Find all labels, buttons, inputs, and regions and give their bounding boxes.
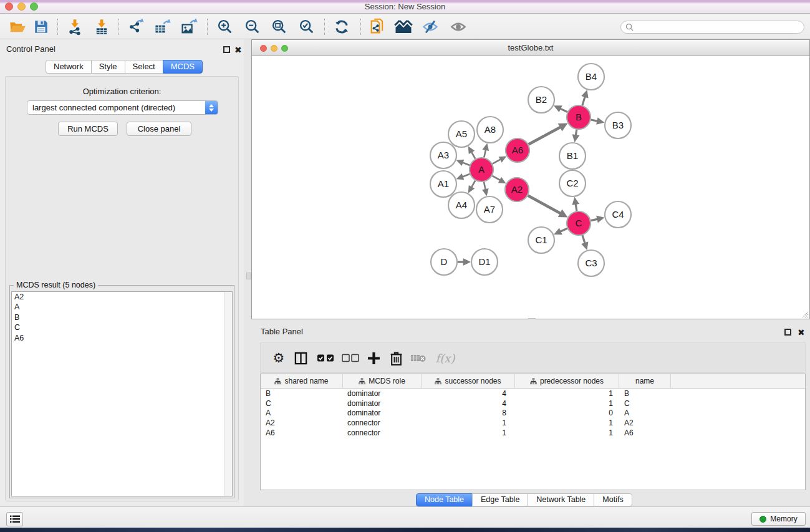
tab-motifs[interactable]: Motifs (594, 493, 632, 506)
network-view-window: testGlobe.txt B4B2BB3B1A5A8A6A3AA1A2C2A4… (251, 39, 810, 319)
application-window: Session: New Session (0, 0, 810, 532)
delete-table-icon[interactable] (409, 349, 428, 367)
tab-node-table[interactable]: Node Table (416, 493, 473, 506)
vertical-divider-handle[interactable] (246, 273, 251, 279)
result-item[interactable]: A (12, 302, 232, 312)
graph-node-label: A1 (438, 178, 449, 189)
result-item[interactable]: A6 (12, 333, 232, 343)
mcds-result-title: MCDS result (5 nodes) (14, 281, 98, 289)
zoom-fit-icon[interactable] (269, 16, 290, 37)
network-canvas[interactable]: B4B2BB3B1A5A8A6A3AA1A2C2A4A7C4CC1C3DD1 (252, 57, 809, 319)
tab-select[interactable]: Select (125, 60, 163, 74)
float-table-panel-icon[interactable] (784, 329, 791, 336)
window-titlebar: Session: New Session (0, 0, 810, 14)
mcds-result-list[interactable]: A2ABCA6 (11, 291, 233, 496)
graph-edge-A-A3 (462, 162, 470, 165)
graph-node-label: B3 (612, 120, 624, 130)
toolbar-separator (360, 19, 361, 35)
graph-edge-A-A7 (484, 182, 486, 190)
table-row[interactable]: Bdominator41B (261, 389, 805, 399)
zoom-selected-icon[interactable] (296, 16, 317, 37)
hierarchy-icon (274, 378, 281, 385)
graph-node-label: A (478, 164, 485, 175)
close-table-panel-icon[interactable]: ✖ (798, 329, 805, 336)
graph-node-label: A8 (485, 124, 496, 135)
float-panel-icon[interactable] (223, 46, 230, 53)
tab-network-table[interactable]: Network Table (528, 493, 594, 506)
unselect-all-columns-icon[interactable] (340, 349, 360, 367)
column-header-name[interactable]: name (619, 374, 671, 388)
result-item[interactable]: C (12, 322, 232, 332)
optimization-criterion-value: largest connected component (directed) (27, 103, 205, 112)
result-item[interactable]: A2 (12, 292, 232, 302)
home-icon[interactable] (393, 16, 414, 37)
open-session-icon[interactable] (7, 16, 28, 37)
tab-network[interactable]: Network (46, 60, 92, 74)
tab-mcds[interactable]: MCDS (163, 60, 203, 74)
column-header-successor-nodes[interactable]: successor nodes (422, 374, 515, 388)
export-network-icon[interactable] (125, 16, 147, 37)
import-table-icon[interactable] (91, 16, 112, 37)
tab-style[interactable]: Style (91, 60, 125, 74)
save-session-icon[interactable] (31, 16, 52, 37)
duplicate-network-icon[interactable] (367, 16, 388, 37)
select-all-columns-icon[interactable] (316, 349, 335, 367)
function-builder-icon[interactable]: f(x) (433, 349, 458, 367)
memory-button[interactable]: Memory (751, 512, 806, 526)
task-history-icon[interactable] (6, 512, 23, 526)
graph-edge-A-A6 (493, 159, 501, 163)
table-row[interactable]: Adominator80A (261, 409, 805, 418)
hierarchy-icon (435, 378, 441, 385)
close-panel-icon[interactable]: ✖ (234, 47, 242, 54)
toolbar-separator (57, 19, 58, 35)
export-table-icon[interactable] (152, 16, 173, 37)
search-input[interactable] (637, 23, 793, 32)
graph-node-label: A2 (511, 184, 523, 195)
column-header-predecessor-nodes[interactable]: predecessor nodes (515, 374, 619, 388)
settings-gear-icon[interactable]: ⚙ (271, 349, 287, 367)
run-mcds-button[interactable]: Run MCDS (58, 122, 118, 136)
edge-arrow-icon (596, 216, 604, 223)
column-header-mcds-role[interactable]: MCDS role (343, 374, 422, 388)
show-panels-icon[interactable] (448, 16, 469, 37)
refresh-layout-icon[interactable] (331, 16, 352, 37)
zoom-out-icon[interactable] (242, 16, 263, 37)
create-column-icon[interactable] (365, 349, 382, 367)
graph-node-label: C (576, 218, 582, 228)
node-table: shared name MCDS role successor nodes pr… (260, 374, 806, 490)
import-network-icon[interactable] (64, 16, 85, 37)
graph-edge-A-A8 (484, 149, 486, 157)
edge-arrow-icon (463, 258, 471, 266)
edge-arrow-icon (482, 188, 489, 196)
tab-edge-table[interactable]: Edge Table (472, 493, 528, 506)
graph-edge-A-A5 (471, 152, 475, 159)
column-header-shared-name[interactable]: shared name (261, 374, 343, 388)
graph-node-label: A5 (456, 128, 467, 139)
result-scrollbar[interactable] (224, 292, 232, 496)
resize-grip-icon[interactable] (800, 309, 809, 318)
graph-edge-A-A2 (492, 176, 500, 180)
result-item[interactable]: B (12, 312, 232, 322)
toolbar-separator (118, 19, 119, 35)
table-row[interactable]: A6connector11A6 (261, 428, 805, 438)
graph-edge-B-B4 (582, 96, 585, 105)
table-row[interactable]: Cdominator41C (261, 399, 805, 409)
graph-svg[interactable]: B4B2BB3B1A5A8A6A3AA1A2C2A4A7C4CC1C3DD1 (252, 57, 809, 319)
optimization-criterion-select[interactable]: largest connected component (directed) (27, 100, 218, 115)
column-view-icon[interactable] (292, 349, 309, 367)
export-image-icon[interactable] (178, 16, 200, 37)
search-icon (625, 23, 634, 31)
optimization-criterion-label: Optimization criterion: (6, 87, 238, 96)
delete-columns-icon[interactable] (388, 349, 404, 367)
zoom-in-icon[interactable] (215, 16, 236, 37)
graph-node-label: B2 (536, 94, 547, 105)
graph-node-label: B1 (567, 150, 578, 161)
hide-panels-icon[interactable] (420, 16, 441, 37)
graph-node-label: D (441, 256, 448, 267)
control-panel-title: Control Panel (6, 44, 55, 54)
table-row[interactable]: A2connector11A2 (261, 418, 805, 428)
network-window-titlebar[interactable]: testGlobe.txt (252, 40, 809, 56)
edge-arrow-icon (483, 143, 489, 151)
search-box[interactable] (620, 21, 804, 34)
close-panel-button[interactable]: Close panel (127, 122, 191, 136)
